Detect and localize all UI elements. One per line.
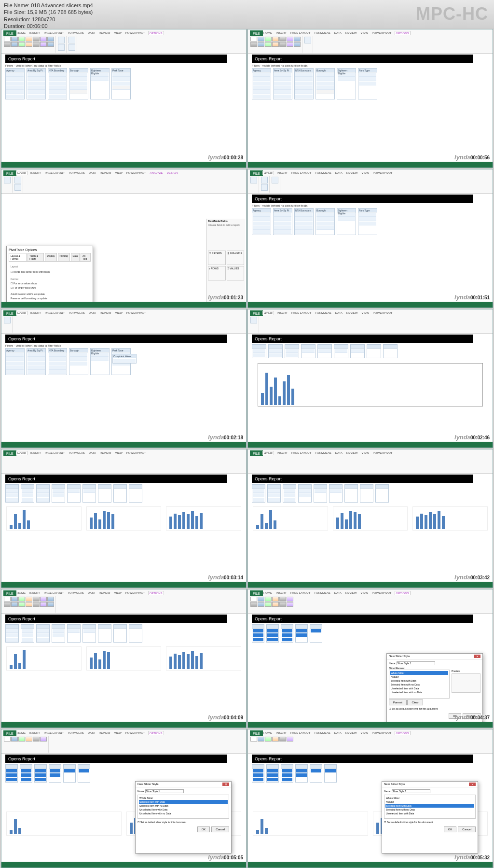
tab-insert[interactable]: INSERT	[28, 31, 41, 35]
paste-icon[interactable]	[250, 177, 257, 183]
thumbnail-11[interactable]: FILE HOMEINSERTPAGE LAYOUTFORMULASDATARE…	[1, 729, 247, 868]
italic-icon[interactable]	[14, 184, 21, 191]
style-name-input[interactable]	[145, 789, 184, 793]
format-button[interactable]: Format	[389, 700, 407, 705]
ribbon-tabs: HOME INSERT PAGE LAYOUT FORMULAS DATA RE…	[16, 31, 164, 35]
app-logo: MPC-HC	[416, 4, 488, 24]
tab-data[interactable]: DATA	[87, 31, 96, 35]
bold-icon[interactable]	[14, 177, 21, 183]
close-icon[interactable]: ✕	[222, 783, 229, 786]
dlg-tab-layout[interactable]: Layout & Format	[9, 253, 27, 261]
thumbnail-7[interactable]: FILE HOMEINSERTPAGE LAYOUTFORMULASDATARE…	[1, 449, 247, 588]
chart-3[interactable]	[166, 506, 241, 531]
tab-formulas[interactable]: FORMULAS	[67, 31, 84, 35]
tab-review[interactable]: REVIEW	[98, 31, 111, 35]
slicer-complaint-week-new[interactable]: Complaint Week	[112, 354, 137, 364]
modify-slicer-style-dialog: New Slicer Style✕ Name: Whole Slicer Sel…	[135, 781, 232, 854]
dlg-tab-display[interactable]: Display	[45, 253, 56, 261]
slicer-area[interactable]: Area By Sq Ft	[27, 68, 46, 99]
thumbnail-6[interactable]: FILE HOMEINSERTPAGE LAYOUTFORMULASDATARE…	[247, 309, 493, 448]
element-list[interactable]: Whole Slicer Header Selected Item with D…	[389, 670, 450, 699]
slicer-borough[interactable]: Borough	[69, 68, 88, 99]
chart-1[interactable]	[6, 506, 82, 531]
new-slicer-style-dialog-2: New Slicer Style✕ Name: Whole Slicer Hea…	[382, 781, 478, 854]
slicer-nta[interactable]: NTA Boundary	[48, 68, 67, 99]
cb-empty[interactable]: ☑For empty cells show	[11, 286, 89, 290]
tab-pagelayout[interactable]: PAGE LAYOUT	[43, 31, 65, 35]
thumbnail-5[interactable]: FILE HOMEINSERTPAGE LAYOUTFORMULASDATARE…	[1, 309, 247, 448]
arrange-icon[interactable]	[304, 37, 311, 43]
slicer-styles-gallery[interactable]	[2, 36, 56, 53]
thumbnail-1[interactable]: FILE HOME INSERT PAGE LAYOUT FORMULAS DA…	[1, 29, 247, 168]
worksheet[interactable]: Opens Report Filters - visible (when) no…	[1, 55, 246, 163]
ribbon: FILE HOME INSERT PAGE LAYOUT FORMULAS DA…	[1, 29, 246, 54]
thumbnail-4[interactable]: FILE HOMEINSERTPAGE LAYOUTFORMULASDATARE…	[247, 169, 493, 308]
close-icon[interactable]: ✕	[469, 783, 476, 786]
dlg-tab-totals[interactable]: Totals & Filters	[27, 253, 44, 261]
thumbnail-8[interactable]: FILE HOMEINSERTPAGE LAYOUTFORMULASDATARE…	[247, 449, 493, 588]
dlg-tab-data[interactable]: Data	[71, 253, 80, 261]
slicer-eighteen[interactable]: Eighteen Eligible	[90, 68, 110, 99]
timestamp: 00:00:56	[469, 154, 491, 161]
thumbnail-10[interactable]: FILE HOMEINSERTPAGE LAYOUTFORMULASDATARE…	[247, 589, 493, 728]
slicer-styles-gallery[interactable]	[249, 36, 302, 53]
send-backward-icon[interactable]	[58, 44, 65, 51]
dlg-tab-alttext[interactable]: Alt Text	[81, 253, 91, 261]
dlg-tab-print[interactable]: Printing	[58, 253, 70, 261]
report-title-bar: Opens Report	[5, 55, 227, 63]
close-icon[interactable]: ✕	[474, 655, 480, 658]
tab-file[interactable]: FILE	[3, 30, 16, 36]
group-icon[interactable]	[69, 44, 75, 51]
thumbnail-2[interactable]: FILE HOMEINSERTPAGE LAYOUTFORMULASDATARE…	[247, 29, 493, 168]
dialog-tabs: Layout & Format Totals & Filters Display…	[9, 253, 91, 262]
watermark: lynda	[208, 154, 224, 161]
clear-button[interactable]: Clear	[407, 700, 423, 705]
tab-options[interactable]: OPTIONS	[148, 31, 164, 35]
selected-chart[interactable]	[258, 363, 483, 406]
chart-2[interactable]	[86, 506, 162, 531]
thumbnail-9[interactable]: FILE HOMEINSERTPAGE LAYOUTFORMULASDATARE…	[1, 589, 247, 728]
style-name-input[interactable]	[392, 789, 430, 793]
tab-powerpivot[interactable]: POWERPIVOT	[124, 31, 146, 35]
align-icon[interactable]	[69, 37, 75, 43]
slicer-agency[interactable]: Agency	[5, 68, 25, 99]
paste-icon[interactable]	[4, 177, 11, 183]
style-preview	[452, 673, 480, 693]
timestamp: 00:00:28	[223, 154, 244, 161]
tab-home[interactable]: HOME	[16, 31, 27, 35]
file-info-header: File Name: 018 Advanced slicers.mp4 File…	[0, 0, 494, 28]
cb-preserve[interactable]: Preserve cell formatting on update	[11, 296, 89, 301]
thumbnail-12[interactable]: FILE HOMEINSERTPAGE LAYOUTFORMULASDATARE…	[247, 729, 493, 868]
status-bar	[1, 162, 246, 168]
tab-file[interactable]: FILE	[250, 30, 263, 36]
cb-default[interactable]: ☐Set as default slicer style for this do…	[389, 707, 480, 710]
style-name-input[interactable]	[397, 661, 435, 665]
thumbnail-grid: FILE HOME INSERT PAGE LAYOUT FORMULAS DA…	[0, 28, 494, 868]
tab-view[interactable]: VIEW	[113, 31, 123, 35]
cb-autofit[interactable]: Autofit column widths on update	[11, 292, 89, 296]
ribbon: FILE HOMEINSERTPAGE LAYOUTFORMULASDATARE…	[248, 29, 493, 54]
bring-forward-icon[interactable]	[58, 37, 65, 43]
thumbnail-3[interactable]: FILE HOMEINSERTPAGE LAYOUTFORMULASDATARE…	[1, 169, 247, 308]
cb-merge[interactable]: ☐Merge and center cells with labels	[11, 270, 89, 274]
filter-label: Filters - visible (when) no data to filt…	[5, 64, 242, 67]
pivot-options-dialog: PivotTable Options Layout & Format Total…	[6, 246, 93, 304]
dialog-title: PivotTable Options	[9, 248, 91, 252]
cb-error[interactable]: ☐For error values show	[11, 281, 89, 286]
slicer-parktype[interactable]: Park Type	[111, 68, 131, 99]
slicers-row: Agency Area By Sq Ft NTA Boundary Boroug…	[5, 68, 242, 99]
